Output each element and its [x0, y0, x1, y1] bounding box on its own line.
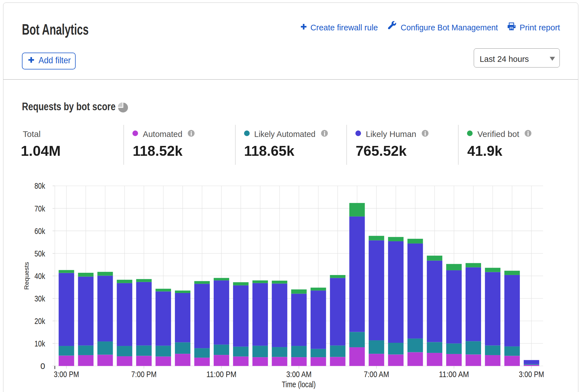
svg-text:3:00 PM: 3:00 PM	[519, 370, 544, 379]
svg-text:40k: 40k	[35, 271, 46, 281]
svg-text:11:00 AM: 11:00 AM	[439, 370, 469, 379]
svg-text:20k: 20k	[35, 316, 46, 326]
svg-text:3:00 AM: 3:00 AM	[286, 370, 312, 379]
svg-text:Time (local): Time (local)	[282, 380, 316, 389]
svg-text:7:00 PM: 7:00 PM	[131, 370, 157, 379]
svg-text:80k: 80k	[35, 181, 46, 190]
svg-text:0: 0	[40, 361, 45, 371]
svg-text:10k: 10k	[35, 339, 46, 348]
svg-text:70k: 70k	[35, 204, 46, 213]
svg-text:60k: 60k	[35, 226, 46, 236]
svg-text:Requests: Requests	[23, 262, 30, 290]
svg-text:30k: 30k	[35, 294, 46, 303]
svg-text:50k: 50k	[35, 249, 46, 258]
svg-text:11:00 PM: 11:00 PM	[206, 370, 236, 379]
svg-text:3:00 PM: 3:00 PM	[54, 370, 79, 379]
svg-text:7:00 AM: 7:00 AM	[364, 370, 389, 379]
